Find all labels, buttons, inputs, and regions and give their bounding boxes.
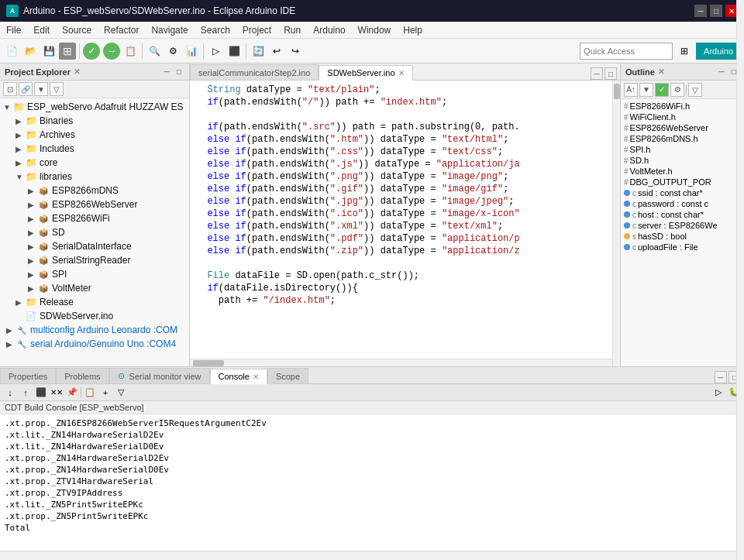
tab-console[interactable]: Console ✕ <box>210 369 267 384</box>
menubar-item-run[interactable]: Run <box>277 23 307 37</box>
window-controls[interactable]: ─ □ ✕ <box>694 5 738 17</box>
minimize-button[interactable]: ─ <box>694 5 707 17</box>
tree-item-esp8266mdns[interactable]: ▶ 📦 ESP8266mDNS <box>0 184 189 198</box>
toolbar-btn-9[interactable]: ▷ <box>207 43 224 60</box>
console-pin-btn[interactable]: 📌 <box>65 386 79 400</box>
toolbar-btn-13[interactable]: ↪ <box>287 43 304 60</box>
hscroll-thumb[interactable] <box>193 360 224 366</box>
toolbar-btn-3[interactable]: 💾 <box>40 43 57 60</box>
outline-minimize-btn[interactable]: ─ <box>716 67 727 77</box>
new-button[interactable]: 📄 <box>3 43 20 60</box>
console-down-btn[interactable]: ↓ <box>3 386 17 400</box>
menubar-item-search[interactable]: Search <box>195 23 236 37</box>
tab-sdwebserver[interactable]: SDWebServer.ino ✕ <box>319 65 412 81</box>
panel-minimize-btn[interactable]: ─ <box>161 67 172 77</box>
menubar-item-navigate[interactable]: Navigate <box>145 23 194 37</box>
outline-item-voltmeterh[interactable]: # VoltMeter.h <box>621 166 744 177</box>
tree-item-binaries[interactable]: ▶ 📁 Binaries <box>0 114 189 128</box>
editor-hscrollbar[interactable] <box>190 359 612 366</box>
tree-item-serialdatainterface[interactable]: ▶ 📦 SerialDataInterface <box>0 239 189 253</box>
menubar-item-source[interactable]: Source <box>56 23 98 37</box>
maximize-button[interactable]: □ <box>710 5 722 17</box>
upload-button[interactable]: → <box>103 43 120 60</box>
console-copy-btn[interactable]: 📋 <box>83 386 97 400</box>
tree-item-serialstringreader[interactable]: ▶ 📦 SerialStringReader <box>0 253 189 267</box>
tree-menu-btn[interactable]: ▽ <box>50 82 64 96</box>
tab-scope[interactable]: Scope <box>267 368 308 383</box>
editor-scroll[interactable]: String dataType = "text/plain"; if(path.… <box>190 81 620 366</box>
collapse-all-btn[interactable]: ⊡ <box>3 82 17 96</box>
toolbar-btn-4[interactable]: ⊞ <box>59 43 76 60</box>
menubar-item-help[interactable]: Help <box>397 23 429 37</box>
menubar-item-window[interactable]: Window <box>352 23 398 37</box>
panel-maximize-btn[interactable]: □ <box>174 67 184 77</box>
console-menu-btn[interactable]: ▽ <box>114 386 128 400</box>
vscroll-thumb[interactable] <box>614 84 620 99</box>
outline-item-wificlient[interactable]: # WiFiClient.h <box>621 112 744 122</box>
tree-item-esp8266wifi[interactable]: ▶ 📦 ESP8266WiFi <box>0 211 189 225</box>
menubar-item-edit[interactable]: Edit <box>27 23 56 37</box>
toolbar-btn-12[interactable]: ↩ <box>268 43 285 60</box>
code-editor[interactable]: String dataType = "text/plain"; if(path.… <box>190 81 620 366</box>
toolbar-btn-10[interactable]: ⬛ <box>226 43 243 60</box>
menubar-item-file[interactable]: File <box>0 23 27 37</box>
toolbar-perspective-btn[interactable]: ⊞ <box>676 43 693 60</box>
menubar-item-refactor[interactable]: Refactor <box>98 23 145 37</box>
outline-gear-btn[interactable]: ⚙ <box>670 83 684 97</box>
console-run-btn[interactable]: ▷ <box>711 386 725 400</box>
tab-properties[interactable]: Properties <box>0 368 56 383</box>
toolbar-btn-6[interactable]: 🔍 <box>146 43 163 60</box>
console-vscrollbar[interactable] <box>736 401 744 551</box>
panel-controls[interactable]: ─ □ <box>161 67 184 77</box>
outline-item-dbg[interactable]: # DBG_OUTPUT_POR <box>621 177 744 187</box>
outline-item-sdh[interactable]: # SD.h <box>621 155 744 166</box>
outline-item-esp8266webserver[interactable]: # ESP8266WebServer <box>621 122 744 133</box>
tab-sdwebserver-close[interactable]: ✕ <box>398 69 405 77</box>
tab-console-close[interactable]: ✕ <box>253 373 259 381</box>
tree-item-core[interactable]: ▶ 📁 core <box>0 156 189 170</box>
toolbar-btn-11[interactable]: 🔄 <box>250 43 267 60</box>
verify-button[interactable]: ✓ <box>83 43 100 60</box>
console-up-btn[interactable]: ↑ <box>19 386 33 400</box>
tree-item-includes[interactable]: ▶ 📁 Includes <box>0 142 189 156</box>
outline-green-btn[interactable]: ✓ <box>655 83 669 97</box>
outline-item-uploadfile[interactable]: c uploadFile : File <box>621 242 744 253</box>
console-clear-btn[interactable]: ✕✕ <box>50 386 64 400</box>
console-hscrollbar[interactable] <box>0 551 744 560</box>
tab-serial-communicator[interactable]: serialCommunicatorStep2.ino <box>190 64 319 80</box>
tab-problems[interactable]: Problems <box>56 368 108 383</box>
tree-item-release[interactable]: ▶ 📁 Release <box>0 295 189 309</box>
editor-vscrollbar[interactable] <box>612 81 620 366</box>
bottom-minimize-btn[interactable]: ─ <box>715 371 727 383</box>
tree-item-voltmeter[interactable]: ▶ 📦 VoltMeter <box>0 281 189 295</box>
console-stop-btn[interactable]: ⬛ <box>34 386 48 400</box>
tree-root[interactable]: ▼ 📁 ESP_webServo Adafruit HUZZAW ES <box>0 100 189 114</box>
outline-sort-btn[interactable]: A↑ <box>624 83 638 97</box>
editor-minimize-btn[interactable]: ─ <box>591 67 603 80</box>
menubar-item-project[interactable]: Project <box>236 23 277 37</box>
tree-item-multiconfig[interactable]: ▶ 🔧 multiconfig Arduino Leonardo :COM <box>0 323 189 337</box>
outline-item-spih[interactable]: # SPI.h <box>621 144 744 155</box>
outline-item-host[interactable]: c host : const char* <box>621 209 744 220</box>
tree-item-archives[interactable]: ▶ 📁 Archives <box>0 128 189 142</box>
tree-item-sdwebserver[interactable]: 📄 SDWebServer.ino <box>0 309 189 323</box>
tree-item-spi[interactable]: ▶ 📦 SPI <box>0 267 189 281</box>
editor-maximize-btn[interactable]: □ <box>604 67 617 80</box>
tree-item-esp8266webserver[interactable]: ▶ 📦 ESP8266WebServer <box>0 198 189 211</box>
outline-expand-btn[interactable]: ▽ <box>688 83 702 97</box>
link-editor-btn[interactable]: 🔗 <box>19 82 33 96</box>
toolbar-btn-5[interactable]: 📋 <box>122 43 139 60</box>
tree-item-libraries[interactable]: ▼ 📁 libraries <box>0 170 189 184</box>
outline-item-server[interactable]: c server : ESP8266We <box>621 220 744 231</box>
outline-item-hassd[interactable]: s hasSD : bool <box>621 231 744 242</box>
outline-item-ssid[interactable]: c ssid : const char* <box>621 187 744 198</box>
outline-item-password[interactable]: c password : const c <box>621 198 744 209</box>
toolbar-btn-8[interactable]: 📊 <box>183 43 200 60</box>
tab-serial-monitor[interactable]: ⊙ Serial monitor view <box>109 368 210 383</box>
outline-filter-btn[interactable]: ▼ <box>639 83 653 97</box>
menubar-item-arduino[interactable]: Arduino <box>307 23 351 37</box>
quick-access-box[interactable]: Quick Access <box>580 43 673 60</box>
filter-btn[interactable]: ▼ <box>34 82 48 96</box>
outline-item-esp8266wifi[interactable]: # ESP8266WiFi.h <box>621 101 744 112</box>
tree-item-serial[interactable]: ▶ 🔧 serial Arduino/Genuino Uno :COM4 <box>0 337 189 351</box>
